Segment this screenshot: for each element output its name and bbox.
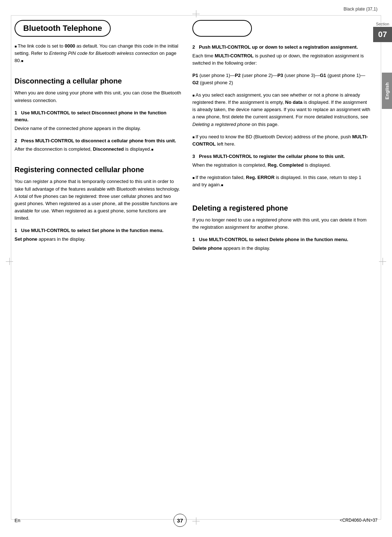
right-step3-body1: When the registration is completed, Reg.…	[192, 162, 370, 169]
delete-step1-body: Delete phone appears in the display.	[192, 245, 370, 252]
header-plate: Black plate (37,1)	[344, 7, 377, 12]
crosshair-left	[6, 258, 13, 265]
step2-heading: 2 Press MULTI-CONTROL to disconnect a ce…	[15, 137, 181, 145]
section-badge: Section 07	[373, 22, 392, 42]
footer-page-number: 37	[173, 514, 187, 527]
delete-heading: Deleting a registered phone	[192, 203, 370, 213]
section-number: 07	[373, 27, 392, 42]
right-step3-bullet: ■ If the registration failed, Reg. ERROR…	[192, 174, 370, 188]
right-step2-bullet2: ■ If you need to know the BD (Bluetooth …	[192, 133, 370, 148]
border-right	[381, 15, 381, 520]
border-left	[11, 15, 11, 520]
step1-heading: 1 Use MULTI-CONTROL to select Disconnect…	[15, 109, 181, 123]
right-step2-bullet1: ■ As you select each assignment, you can…	[192, 91, 370, 128]
right-step2-heading: 2 Push MULTI-CONTROL up or down to selec…	[192, 44, 370, 51]
section2-step1-body: Set phone appears in the display.	[15, 236, 181, 243]
section2-body: You can register a phone that is tempora…	[15, 178, 181, 222]
footer-code: <CRD4060-A/N>37	[340, 518, 377, 523]
delete-body: If you no longer need to use a registere…	[192, 216, 370, 231]
page: Black plate (37,1) Section 07 English Bl…	[0, 0, 392, 537]
left-column: Bluetooth Telephone ■ The link code is s…	[15, 20, 181, 515]
step2-body: After the disconnection is completed, Di…	[15, 146, 181, 153]
footer: En 37 <CRD4060-A/N>37	[15, 514, 377, 527]
section-label: Section	[376, 22, 389, 26]
section2-step1-heading: 1 Use MULTI-CONTROL to select Set phone …	[15, 227, 181, 234]
content-area: Bluetooth Telephone ■ The link code is s…	[15, 20, 370, 515]
step1-body: Device name of the connected phone appea…	[15, 125, 181, 132]
bullet-note: ■ The link code is set to 0000 as defaul…	[15, 42, 181, 64]
language-tab: English	[382, 73, 392, 109]
page-title: Bluetooth Telephone	[23, 24, 102, 33]
section1-heading: Disconnecting a cellular phone	[15, 76, 181, 86]
language-label: English	[384, 82, 390, 99]
plate-text: Black plate (37,1)	[344, 7, 377, 12]
footer-en: En	[15, 518, 20, 523]
title-box: Bluetooth Telephone	[15, 20, 111, 37]
bullet-icon: ■	[15, 44, 18, 48]
delete-step1-heading: 1 Use MULTI-CONTROL to select Delete pho…	[192, 236, 370, 243]
right-step2-body1: Each time MULTI-CONTROL is pushed up or …	[192, 52, 370, 67]
right-step2-sequence: P1 (user phone 1)—P2 (user phone 2)—P3 (…	[192, 72, 370, 86]
crosshair-top	[192, 10, 200, 17]
crosshair-right	[379, 258, 386, 265]
section1-body: When you are done using your phone with …	[15, 89, 181, 104]
section2-heading: Registering connected cellular phone	[15, 165, 181, 174]
right-step3-heading: 3 Press MULTI-CONTROL to register the ce…	[192, 153, 370, 160]
title-box-empty	[192, 20, 252, 37]
right-column: 2 Push MULTI-CONTROL up or down to selec…	[192, 20, 370, 515]
